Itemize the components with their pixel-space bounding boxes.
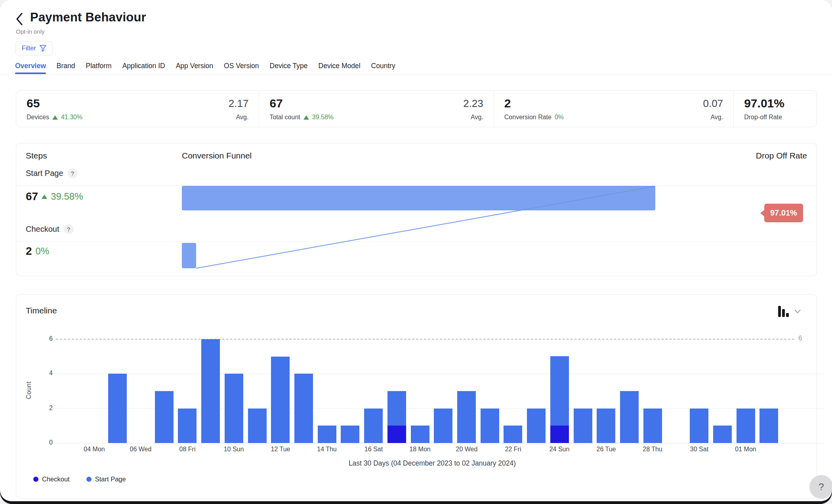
stat-label-row: Devices41.30% <box>27 114 82 121</box>
funnel-column-funnel: Conversion Funnel <box>182 151 252 160</box>
bar-18-dec-mon-start-page <box>411 426 429 443</box>
stat-average-label: Avg. <box>229 114 249 121</box>
y-axis-tick-label: 6 <box>32 335 53 342</box>
stat-card-devices: 65Devices41.30%2.17Avg. <box>16 91 259 127</box>
stat-label: Devices <box>27 114 49 121</box>
gridline-y4 <box>56 374 824 374</box>
stat-label: Conversion Rate <box>504 114 551 121</box>
bar-11-dec-mon-start-page <box>248 409 267 443</box>
funnel-step-change: 39.58% <box>51 191 83 202</box>
stat-label-row: Drop-off Rate <box>744 114 784 121</box>
x-axis-tick-label: 30 Sat <box>679 446 719 453</box>
funnel-bar-start-page <box>182 186 655 210</box>
x-axis-tick-label: 18 Mon <box>400 446 440 453</box>
conversion-funnel-card: Steps Conversion Funnel Drop Off Rate St… <box>16 143 817 276</box>
timeline-card: Timeline 0246604 Mon06 Wed08 Fri10 Sun12… <box>16 294 817 498</box>
filter-button[interactable]: Filter <box>15 41 53 55</box>
stat-label-row: Conversion Rate0% <box>504 114 564 121</box>
bar-01-jan-mon-start-page <box>737 409 755 443</box>
tab-device-type[interactable]: Device Type <box>270 62 308 73</box>
y-axis-title: Count <box>25 374 32 406</box>
legend-color-dot <box>86 477 92 482</box>
screen: Payment Behaviour Opt-in only Filter Ove… <box>0 0 832 504</box>
stat-label: Total count <box>269 114 300 121</box>
funnel-step-name: Start Page <box>26 169 63 178</box>
x-axis-tick-label: 06 Wed <box>121 446 160 453</box>
funnel-bar-checkout <box>182 243 196 268</box>
tab-os-version[interactable]: OS Version <box>224 62 259 73</box>
stat-average: 0.07Avg. <box>703 97 723 121</box>
timeline-bar-chart: 0246604 Mon06 Wed08 Fri10 Sun12 Tue14 Th… <box>16 295 817 499</box>
legend-label: Start Page <box>95 475 126 483</box>
filter-button-label: Filter <box>22 45 36 52</box>
funnel-step-checkout: Checkout? <box>26 224 74 234</box>
stat-label-row: Total count39.58% <box>269 114 334 121</box>
x-axis-tick-label: 10 Sun <box>214 446 254 453</box>
bar-26-dec-tue-start-page <box>597 409 615 443</box>
stat-change: 41.30% <box>61 114 82 121</box>
bar-05-dec-tue-start-page <box>108 374 127 443</box>
stat-main: 97.01%Drop-off Rate <box>744 97 784 121</box>
stat-value: 97.01% <box>744 97 784 110</box>
x-axis-tick-label: 14 Thu <box>307 446 347 453</box>
tab-country[interactable]: Country <box>371 62 395 73</box>
stat-label: Drop-off Rate <box>744 114 782 121</box>
bar-14-dec-thu-start-page <box>318 426 336 443</box>
stat-card-conversion-rate: 2Conversion Rate0%0.07Avg. <box>494 91 733 127</box>
bar-20-dec-wed-start-page <box>457 391 476 443</box>
reference-line-label: 6 <box>798 334 814 342</box>
funnel-step-count: 2 <box>26 245 32 258</box>
back-button[interactable] <box>13 11 26 27</box>
reference-line <box>56 339 794 340</box>
bar-17-dec-sun-checkout <box>387 426 406 443</box>
x-axis-tick-label: 20 Wed <box>447 446 487 453</box>
trend-up-icon <box>303 115 309 120</box>
stat-average-label: Avg. <box>703 114 723 121</box>
stat-main: 67Total count39.58% <box>269 97 334 121</box>
x-axis-tick-label: 16 Sat <box>354 446 393 453</box>
stat-change: 0% <box>555 114 564 121</box>
bar-27-dec-wed-start-page <box>620 391 639 443</box>
filter-funnel-icon <box>40 45 46 52</box>
app-window: Payment Behaviour Opt-in only Filter Ove… <box>0 0 832 501</box>
legend-item-start-page[interactable]: Start Page <box>86 475 126 483</box>
bar-24-dec-sun-checkout <box>550 426 569 443</box>
tab-app-version[interactable]: App Version <box>176 62 213 73</box>
stat-average-value: 2.17 <box>229 97 249 110</box>
trend-up-icon <box>42 195 47 199</box>
gridline-y0 <box>56 443 824 443</box>
bar-31-dec-sun-start-page <box>713 426 732 443</box>
tab-brand[interactable]: Brand <box>57 62 75 73</box>
tab-application-id[interactable]: Application ID <box>122 62 165 73</box>
x-axis-tick-label: 24 Sun <box>540 446 579 453</box>
legend-item-checkout[interactable]: Checkout <box>33 475 70 483</box>
funnel-step-metrics: 20% <box>26 245 49 258</box>
page-title: Payment Behaviour <box>30 10 146 25</box>
y-axis-tick-label: 0 <box>32 439 53 446</box>
dropoff-rate-badge: 97.01% <box>764 204 803 222</box>
help-button[interactable]: ? <box>809 475 832 499</box>
tab-device-model[interactable]: Device Model <box>319 62 361 73</box>
stat-value: 2 <box>504 97 564 110</box>
tab-platform[interactable]: Platform <box>86 62 112 73</box>
stat-average: 2.17Avg. <box>229 97 249 121</box>
help-icon[interactable]: ? <box>64 224 74 234</box>
funnel-step-name: Checkout <box>26 225 59 234</box>
bar-15-dec-fri-start-page <box>341 426 359 443</box>
x-axis-tick-label: 28 Thu <box>633 446 672 453</box>
bar-02-jan-tue-start-page <box>759 409 778 443</box>
help-icon[interactable]: ? <box>68 168 78 178</box>
bar-16-dec-sat-start-page <box>364 409 383 443</box>
legend-color-dot <box>33 477 38 482</box>
funnel-row-divider <box>16 241 817 242</box>
x-axis-tick-label: 08 Fri <box>168 446 207 453</box>
bar-24-dec-sun-start-page <box>550 356 569 426</box>
tab-overview[interactable]: Overview <box>15 62 46 73</box>
x-axis-tick-label: 12 Tue <box>261 446 300 453</box>
chevron-left-icon <box>15 12 23 26</box>
funnel-step-change: 0% <box>36 246 50 257</box>
bar-10-dec-sun-start-page <box>225 374 243 443</box>
bar-17-dec-sun-start-page <box>387 391 406 426</box>
bar-07-dec-thu-start-page <box>155 391 174 443</box>
chart-date-range: Last 30 Days (04 December 2023 to 02 Jan… <box>56 459 809 468</box>
